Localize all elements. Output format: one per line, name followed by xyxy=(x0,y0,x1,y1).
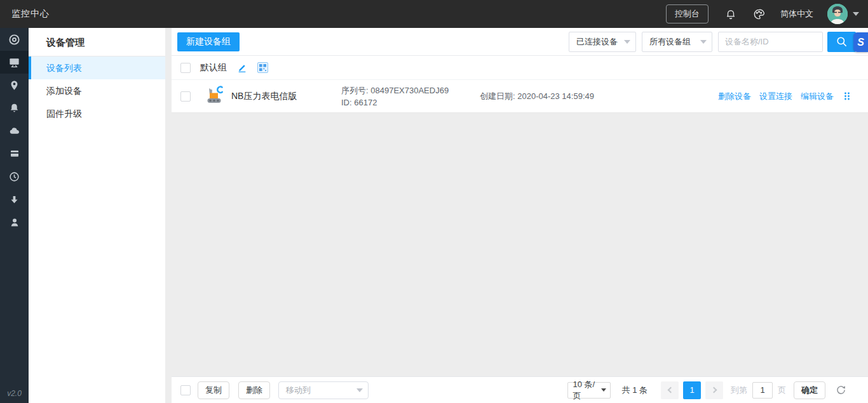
rail-item-history[interactable] xyxy=(0,165,29,188)
toolbar: 新建设备组 已连接设备 所有设备组 xyxy=(172,28,868,56)
device-name: NB压力表电信版 xyxy=(231,91,341,102)
page-size-select[interactable]: 10 条/页 xyxy=(567,382,611,399)
extension-badge-letter: S xyxy=(857,37,864,48)
group-checkbox[interactable] xyxy=(180,63,191,73)
sidebar-item-firmware-upgrade[interactable]: 固件升级 xyxy=(29,102,165,125)
select-all-checkbox[interactable] xyxy=(180,385,191,395)
current-page[interactable]: 1 xyxy=(683,381,701,399)
device-row: NB压力表电信版 序列号: 08497EX730AEDJ69 ID: 66172… xyxy=(172,80,868,113)
rail-item-overview[interactable] xyxy=(0,28,29,51)
set-connection-link[interactable]: 设置连接 xyxy=(759,91,792,102)
target-icon xyxy=(8,34,20,46)
rail-item-billing[interactable] xyxy=(0,142,29,165)
search-input[interactable] xyxy=(718,32,823,52)
rail-item-download[interactable] xyxy=(0,188,29,211)
language-switcher[interactable]: 简体中文 xyxy=(780,8,813,20)
device-checkbox[interactable] xyxy=(180,91,191,102)
topbar-right: 控制台 简体中文 xyxy=(666,4,859,24)
device-actions: 删除设备 设置连接 编辑设备 xyxy=(710,91,850,102)
refresh-icon[interactable] xyxy=(836,385,846,395)
caret-down-icon xyxy=(601,388,606,394)
main-content: 新建设备组 已连接设备 所有设备组 xyxy=(172,28,868,403)
connection-filter-value: 已连接设备 xyxy=(576,36,618,48)
next-page-icon[interactable] xyxy=(705,381,723,399)
app-window: 监控中心 控制台 简体中文 xyxy=(0,0,868,403)
group-name: 默认组 xyxy=(200,62,227,74)
device-serial: 序列号: 08497EX730AEDJ69 xyxy=(341,84,480,96)
icon-rail: v2.0 xyxy=(0,28,29,403)
device-created-date: 创建日期: 2020-04-23 14:59:49 xyxy=(480,91,710,102)
rail-item-location[interactable] xyxy=(0,74,29,96)
group-filter-value: 所有设备组 xyxy=(649,36,691,48)
caret-down-icon[interactable] xyxy=(853,12,859,19)
pager: 1 xyxy=(656,381,723,399)
new-device-group-button[interactable]: 新建设备组 xyxy=(177,32,240,51)
rail-item-cloud[interactable] xyxy=(0,119,29,142)
palette-icon[interactable] xyxy=(753,8,765,20)
edit-pencil-icon[interactable] xyxy=(237,63,247,73)
sidebar-item-add-device[interactable]: 添加设备 xyxy=(29,79,165,102)
rail-item-alarms[interactable] xyxy=(0,96,29,119)
version-label: v2.0 xyxy=(0,389,29,398)
prev-page-icon[interactable] xyxy=(661,381,679,399)
connection-filter-select[interactable]: 已连接设备 xyxy=(569,32,636,52)
sidebar: 设备管理 设备列表 添加设备 固件升级 xyxy=(29,28,165,403)
move-to-select[interactable]: 移动到 xyxy=(278,381,369,399)
sidebar-header: 设备管理 xyxy=(29,28,165,56)
delete-device-link[interactable]: 删除设备 xyxy=(718,91,751,102)
chevron-down-icon xyxy=(356,388,363,395)
chevron-down-icon xyxy=(624,40,630,47)
total-count: 共 1 条 xyxy=(622,385,648,396)
user-icon xyxy=(10,217,20,228)
copy-button[interactable]: 复制 xyxy=(198,381,229,399)
page-title: 监控中心 xyxy=(11,8,50,20)
delete-button[interactable]: 删除 xyxy=(238,381,270,399)
console-button[interactable]: 控制台 xyxy=(666,4,709,23)
robot-device-icon xyxy=(203,84,226,109)
pagination: 10 条/页 共 1 条 1 到第 页 确定 xyxy=(567,381,846,399)
bell-icon[interactable] xyxy=(725,8,736,20)
goto-page-label: 到第 xyxy=(731,385,747,396)
download-arrow-icon xyxy=(10,194,19,205)
sidebar-item-device-list[interactable]: 设备列表 xyxy=(29,56,165,79)
extension-badge[interactable]: S xyxy=(853,32,868,52)
search-icon xyxy=(836,36,848,48)
avatar[interactable] xyxy=(827,4,848,24)
page-size-value: 10 条/页 xyxy=(573,379,601,402)
goto-page-unit: 页 xyxy=(778,385,786,396)
alarm-bell-icon xyxy=(9,102,20,114)
location-pin-icon xyxy=(9,79,20,91)
more-dots-icon[interactable] xyxy=(844,92,850,100)
rail-item-devices[interactable] xyxy=(0,51,29,74)
goto-page-input[interactable] xyxy=(752,382,773,399)
cloud-icon xyxy=(8,126,20,136)
clock-icon xyxy=(9,171,20,182)
device-id: ID: 66172 xyxy=(341,96,480,109)
footer-bar: 复制 删除 移动到 10 条/页 共 1 条 1 到第 页 xyxy=(172,376,868,403)
group-row: 默认组 xyxy=(172,56,868,80)
topbar: 监控中心 控制台 简体中文 xyxy=(0,0,868,28)
rail-item-user[interactable] xyxy=(0,211,29,234)
group-filter-select[interactable]: 所有设备组 xyxy=(642,32,712,52)
device-monitor-icon xyxy=(8,56,20,69)
device-serial-block: 序列号: 08497EX730AEDJ69 ID: 66172 xyxy=(341,84,480,109)
chevron-down-icon xyxy=(700,40,707,47)
qr-code-icon[interactable] xyxy=(257,62,268,73)
toolbar-filters: 已连接设备 所有设备组 xyxy=(569,32,856,52)
move-to-value: 移动到 xyxy=(286,385,311,396)
card-icon xyxy=(9,149,20,159)
device-panel: 新建设备组 已连接设备 所有设备组 xyxy=(172,28,868,113)
search-button[interactable] xyxy=(827,32,856,52)
confirm-button[interactable]: 确定 xyxy=(794,381,825,399)
edit-device-link[interactable]: 编辑设备 xyxy=(801,91,834,102)
